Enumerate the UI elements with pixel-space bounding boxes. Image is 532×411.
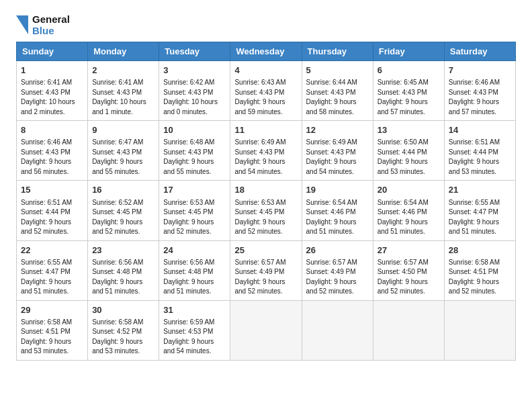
calendar-week-row: 15Sunrise: 6:51 AMSunset: 4:44 PMDayligh… — [17, 181, 516, 240]
calendar-cell: 12Sunrise: 6:49 AMSunset: 4:43 PMDayligh… — [302, 121, 373, 181]
day-info: Sunrise: 6:56 AMSunset: 4:48 PMDaylight:… — [92, 258, 154, 297]
day-info: Sunrise: 6:58 AMSunset: 4:51 PMDaylight:… — [449, 258, 511, 297]
calendar-table: SundayMondayTuesdayWednesdayThursdayFrid… — [16, 42, 516, 361]
day-number: 28 — [449, 244, 511, 257]
calendar-cell: 7Sunrise: 6:46 AMSunset: 4:43 PMDaylight… — [444, 61, 515, 121]
day-number: 2 — [92, 64, 154, 77]
calendar-cell: 20Sunrise: 6:54 AMSunset: 4:46 PMDayligh… — [373, 181, 444, 240]
day-number: 31 — [163, 304, 226, 316]
day-info: Sunrise: 6:53 AMSunset: 4:45 PMDaylight:… — [234, 198, 297, 237]
calendar-cell: 31Sunrise: 6:59 AMSunset: 4:53 PMDayligh… — [159, 300, 230, 360]
day-info: Sunrise: 6:59 AMSunset: 4:53 PMDaylight:… — [163, 318, 226, 357]
day-number: 7 — [449, 64, 511, 77]
day-number: 1 — [21, 64, 83, 77]
day-info: Sunrise: 6:57 AMSunset: 4:49 PMDaylight:… — [306, 258, 369, 297]
calendar-cell: 21Sunrise: 6:55 AMSunset: 4:47 PMDayligh… — [444, 181, 515, 240]
day-number: 21 — [449, 184, 511, 196]
calendar-cell: 4Sunrise: 6:43 AMSunset: 4:43 PMDaylight… — [230, 61, 302, 121]
day-info: Sunrise: 6:54 AMSunset: 4:46 PMDaylight:… — [378, 198, 440, 237]
calendar-cell: 10Sunrise: 6:48 AMSunset: 4:43 PMDayligh… — [159, 121, 230, 181]
day-info: Sunrise: 6:41 AMSunset: 4:43 PMDaylight:… — [21, 78, 83, 117]
day-info: Sunrise: 6:51 AMSunset: 4:44 PMDaylight:… — [449, 138, 511, 177]
calendar-cell — [373, 300, 444, 360]
calendar-cell: 27Sunrise: 6:57 AMSunset: 4:50 PMDayligh… — [373, 240, 444, 300]
day-info: Sunrise: 6:54 AMSunset: 4:46 PMDaylight:… — [306, 198, 369, 237]
day-number: 13 — [378, 124, 440, 136]
day-header-saturday: Saturday — [444, 42, 515, 61]
calendar-week-row: 22Sunrise: 6:55 AMSunset: 4:47 PMDayligh… — [17, 240, 516, 300]
day-info: Sunrise: 6:56 AMSunset: 4:48 PMDaylight:… — [163, 258, 226, 297]
day-number: 9 — [92, 124, 154, 136]
day-number: 27 — [378, 244, 440, 257]
calendar-cell: 29Sunrise: 6:58 AMSunset: 4:51 PMDayligh… — [17, 300, 88, 360]
day-number: 10 — [163, 124, 226, 136]
day-number: 4 — [234, 64, 297, 77]
calendar-cell: 14Sunrise: 6:51 AMSunset: 4:44 PMDayligh… — [444, 121, 515, 181]
calendar-cell: 28Sunrise: 6:58 AMSunset: 4:51 PMDayligh… — [444, 240, 515, 300]
calendar-cell: 2Sunrise: 6:41 AMSunset: 4:43 PMDaylight… — [88, 61, 159, 121]
calendar-cell — [230, 300, 302, 360]
day-info: Sunrise: 6:55 AMSunset: 4:47 PMDaylight:… — [21, 258, 83, 297]
day-number: 3 — [163, 64, 226, 77]
day-info: Sunrise: 6:42 AMSunset: 4:43 PMDaylight:… — [163, 78, 226, 117]
calendar-cell: 30Sunrise: 6:58 AMSunset: 4:52 PMDayligh… — [88, 300, 159, 360]
day-info: Sunrise: 6:58 AMSunset: 4:52 PMDaylight:… — [92, 318, 154, 357]
calendar-header-row: SundayMondayTuesdayWednesdayThursdayFrid… — [17, 42, 516, 61]
svg-marker-0 — [16, 15, 28, 34]
calendar-cell: 23Sunrise: 6:56 AMSunset: 4:48 PMDayligh… — [88, 240, 159, 300]
day-info: Sunrise: 6:41 AMSunset: 4:43 PMDaylight:… — [92, 78, 154, 117]
day-number: 12 — [306, 124, 369, 136]
calendar-cell: 6Sunrise: 6:45 AMSunset: 4:43 PMDaylight… — [373, 61, 444, 121]
day-number: 26 — [306, 244, 369, 257]
day-number: 30 — [92, 304, 154, 316]
calendar-cell: 22Sunrise: 6:55 AMSunset: 4:47 PMDayligh… — [17, 240, 88, 300]
day-number: 29 — [21, 304, 83, 316]
calendar-week-row: 29Sunrise: 6:58 AMSunset: 4:51 PMDayligh… — [17, 300, 516, 360]
calendar-cell: 13Sunrise: 6:50 AMSunset: 4:44 PMDayligh… — [373, 121, 444, 181]
day-info: Sunrise: 6:55 AMSunset: 4:47 PMDaylight:… — [449, 198, 511, 237]
day-number: 11 — [234, 124, 297, 136]
day-header-tuesday: Tuesday — [159, 42, 230, 61]
day-number: 6 — [378, 64, 440, 77]
day-info: Sunrise: 6:46 AMSunset: 4:43 PMDaylight:… — [449, 78, 511, 117]
day-info: Sunrise: 6:43 AMSunset: 4:43 PMDaylight:… — [234, 78, 297, 117]
logo-triangle-icon — [16, 15, 28, 34]
calendar-cell: 16Sunrise: 6:52 AMSunset: 4:45 PMDayligh… — [88, 181, 159, 240]
calendar-cell: 25Sunrise: 6:57 AMSunset: 4:49 PMDayligh… — [230, 240, 302, 300]
day-header-friday: Friday — [373, 42, 444, 61]
day-info: Sunrise: 6:47 AMSunset: 4:43 PMDaylight:… — [92, 138, 154, 177]
calendar-week-row: 1Sunrise: 6:41 AMSunset: 4:43 PMDaylight… — [17, 61, 516, 121]
calendar-cell: 15Sunrise: 6:51 AMSunset: 4:44 PMDayligh… — [17, 181, 88, 240]
calendar-cell: 17Sunrise: 6:53 AMSunset: 4:45 PMDayligh… — [159, 181, 230, 240]
day-info: Sunrise: 6:50 AMSunset: 4:44 PMDaylight:… — [378, 138, 440, 177]
day-info: Sunrise: 6:49 AMSunset: 4:43 PMDaylight:… — [306, 138, 369, 177]
calendar-cell: 1Sunrise: 6:41 AMSunset: 4:43 PMDaylight… — [17, 61, 88, 121]
day-number: 25 — [234, 244, 297, 257]
day-number: 23 — [92, 244, 154, 257]
day-info: Sunrise: 6:57 AMSunset: 4:49 PMDaylight:… — [234, 258, 297, 297]
day-info: Sunrise: 6:45 AMSunset: 4:43 PMDaylight:… — [378, 78, 440, 117]
day-info: Sunrise: 6:46 AMSunset: 4:43 PMDaylight:… — [21, 138, 83, 177]
calendar-cell: 26Sunrise: 6:57 AMSunset: 4:49 PMDayligh… — [302, 240, 373, 300]
day-header-thursday: Thursday — [302, 42, 373, 61]
day-number: 5 — [306, 64, 369, 77]
day-info: Sunrise: 6:44 AMSunset: 4:43 PMDaylight:… — [306, 78, 369, 117]
day-number: 18 — [234, 184, 297, 196]
day-number: 8 — [21, 124, 83, 136]
logo: GeneralBlue — [16, 13, 70, 36]
day-number: 14 — [449, 124, 511, 136]
calendar-cell — [444, 300, 515, 360]
day-header-sunday: Sunday — [17, 42, 88, 61]
day-number: 20 — [378, 184, 440, 196]
calendar-cell: 18Sunrise: 6:53 AMSunset: 4:45 PMDayligh… — [230, 181, 302, 240]
day-header-monday: Monday — [88, 42, 159, 61]
page-header: GeneralBlue — [16, 13, 516, 36]
day-info: Sunrise: 6:48 AMSunset: 4:43 PMDaylight:… — [163, 138, 226, 177]
day-number: 19 — [306, 184, 369, 196]
calendar-cell: 19Sunrise: 6:54 AMSunset: 4:46 PMDayligh… — [302, 181, 373, 240]
calendar-cell: 5Sunrise: 6:44 AMSunset: 4:43 PMDaylight… — [302, 61, 373, 121]
day-info: Sunrise: 6:49 AMSunset: 4:43 PMDaylight:… — [234, 138, 297, 177]
day-info: Sunrise: 6:57 AMSunset: 4:50 PMDaylight:… — [378, 258, 440, 297]
day-number: 17 — [163, 184, 226, 196]
day-number: 16 — [92, 184, 154, 196]
